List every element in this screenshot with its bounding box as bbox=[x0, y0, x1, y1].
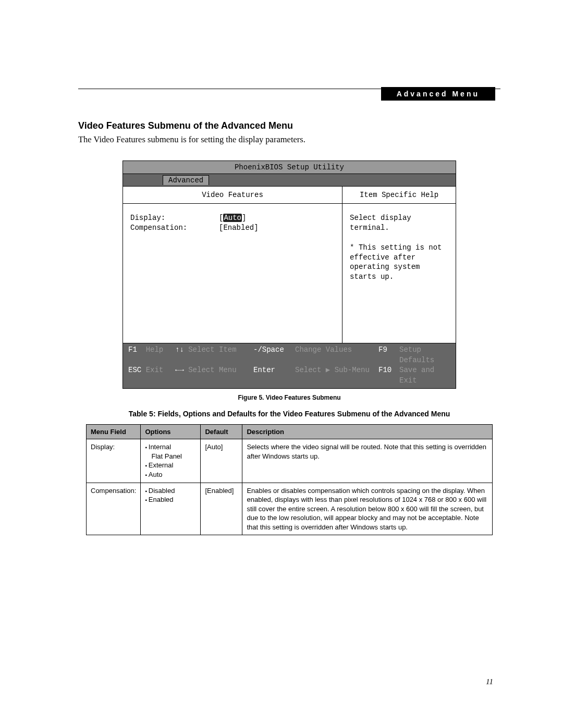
bios-tab-advanced[interactable]: Advanced bbox=[163, 175, 209, 185]
bios-tab-bar: Advanced bbox=[123, 174, 456, 187]
fields-table: Menu Field Options Default Description D… bbox=[86, 424, 493, 535]
cell-options: InternalFlat PanelExternalAuto bbox=[141, 439, 201, 483]
cell-menu-field: Display: bbox=[87, 439, 141, 483]
cell-menu-field: Compensation: bbox=[87, 483, 141, 535]
cell-default: [Enabled] bbox=[201, 483, 242, 535]
bios-title: PhoenixBIOS Setup Utility bbox=[123, 161, 456, 174]
bios-setting-value-compensation[interactable]: [Enabled] bbox=[219, 223, 259, 233]
table-row: Compensation:DisabledEnabled[Enabled]Ena… bbox=[87, 483, 493, 535]
page-number: 11 bbox=[486, 677, 493, 686]
bios-setting-value-display[interactable]: [Auto] bbox=[219, 213, 246, 223]
section-title: Video Features Submenu of the Advanced M… bbox=[78, 120, 500, 131]
th-menu-field: Menu Field bbox=[87, 425, 141, 439]
bios-setting-label: Display: bbox=[130, 213, 219, 223]
bios-settings-pane: Display: [Auto] Compensation: [Enabled] bbox=[123, 204, 342, 343]
cell-description: Selects where the video signal will be r… bbox=[242, 439, 493, 483]
th-options: Options bbox=[141, 425, 201, 439]
figure-caption: Figure 5. Video Features Submenu bbox=[78, 394, 500, 401]
cell-description: Enables or disables compensation which c… bbox=[242, 483, 493, 535]
table-row: Display:InternalFlat PanelExternalAuto[A… bbox=[87, 439, 493, 483]
th-description: Description bbox=[242, 425, 493, 439]
bios-right-header: Item Specific Help bbox=[342, 187, 456, 204]
cell-options: DisabledEnabled bbox=[141, 483, 201, 535]
th-default: Default bbox=[201, 425, 242, 439]
bios-setting-label: Compensation: bbox=[130, 223, 219, 233]
bios-footer: F1 Help ↑↓ Select Item -/Space Change Va… bbox=[123, 343, 456, 388]
bios-help-text: Select display terminal. * This setting … bbox=[342, 204, 456, 343]
bios-window: PhoenixBIOS Setup Utility Advanced Video… bbox=[123, 161, 456, 389]
cell-default: [Auto] bbox=[201, 439, 242, 483]
section-intro: The Video Features submenu is for settin… bbox=[78, 134, 500, 145]
section-banner: Advanced Menu bbox=[381, 87, 495, 101]
bios-left-header: Video Features bbox=[123, 187, 342, 204]
table-title: Table 5: Fields, Options and Defaults fo… bbox=[78, 410, 500, 418]
